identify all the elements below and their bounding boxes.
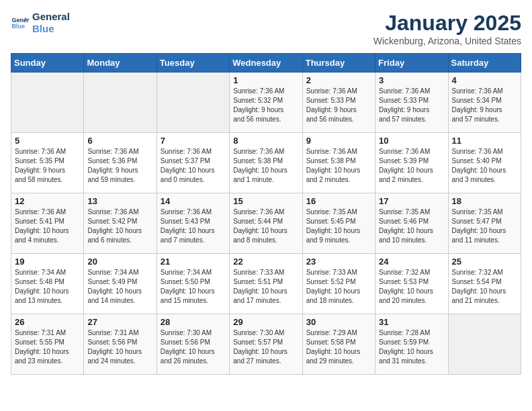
day-info: Sunrise: 7:36 AM Sunset: 5:44 PM Dayligh…	[233, 208, 298, 245]
title-block: January 2025 Wickenburg, Arizona, United…	[373, 11, 521, 46]
calendar-day-cell: 21Sunrise: 7:34 AM Sunset: 5:50 PM Dayli…	[157, 254, 229, 314]
day-info: Sunrise: 7:36 AM Sunset: 5:38 PM Dayligh…	[233, 147, 298, 185]
page-header: General Blue General Blue January 2025 W…	[11, 11, 521, 46]
calendar-day-cell: 15Sunrise: 7:36 AM Sunset: 5:44 PM Dayli…	[230, 193, 302, 254]
calendar-day-cell: 25Sunrise: 7:32 AM Sunset: 5:54 PM Dayli…	[448, 254, 521, 314]
day-info: Sunrise: 7:31 AM Sunset: 5:55 PM Dayligh…	[15, 328, 80, 366]
day-number: 3	[379, 75, 444, 85]
day-number: 10	[379, 136, 444, 146]
calendar-day-cell: 26Sunrise: 7:31 AM Sunset: 5:55 PM Dayli…	[11, 314, 84, 375]
day-info: Sunrise: 7:29 AM Sunset: 5:58 PM Dayligh…	[306, 328, 371, 366]
calendar-day-cell: 16Sunrise: 7:35 AM Sunset: 5:45 PM Dayli…	[302, 193, 375, 254]
calendar-day-cell: 5Sunrise: 7:36 AM Sunset: 5:35 PM Daylig…	[11, 133, 84, 193]
day-info: Sunrise: 7:36 AM Sunset: 5:35 PM Dayligh…	[15, 147, 80, 185]
day-number: 21	[161, 257, 226, 267]
calendar-day-cell: 19Sunrise: 7:34 AM Sunset: 5:48 PM Dayli…	[11, 254, 84, 314]
weekday-header-row: SundayMondayTuesdayWednesdayThursdayFrid…	[11, 54, 521, 73]
calendar-day-cell: 20Sunrise: 7:34 AM Sunset: 5:49 PM Dayli…	[84, 254, 157, 314]
day-number: 11	[452, 136, 517, 146]
day-number: 5	[15, 136, 80, 146]
day-info: Sunrise: 7:36 AM Sunset: 5:33 PM Dayligh…	[379, 87, 444, 124]
svg-text:Blue: Blue	[11, 23, 25, 30]
weekday-header-saturday: Saturday	[448, 54, 521, 73]
day-info: Sunrise: 7:34 AM Sunset: 5:48 PM Dayligh…	[15, 268, 80, 306]
day-info: Sunrise: 7:32 AM Sunset: 5:54 PM Dayligh…	[452, 268, 517, 306]
day-info: Sunrise: 7:36 AM Sunset: 5:41 PM Dayligh…	[15, 208, 80, 245]
day-info: Sunrise: 7:36 AM Sunset: 5:38 PM Dayligh…	[306, 147, 371, 185]
calendar-day-cell: 23Sunrise: 7:33 AM Sunset: 5:52 PM Dayli…	[302, 254, 375, 314]
calendar-day-cell: 30Sunrise: 7:29 AM Sunset: 5:58 PM Dayli…	[302, 314, 375, 375]
day-info: Sunrise: 7:35 AM Sunset: 5:45 PM Dayligh…	[306, 208, 371, 245]
calendar-week-row: 1Sunrise: 7:36 AM Sunset: 5:32 PM Daylig…	[11, 73, 521, 133]
day-number: 30	[306, 317, 371, 327]
calendar-week-row: 12Sunrise: 7:36 AM Sunset: 5:41 PM Dayli…	[11, 193, 521, 254]
calendar-day-cell: 31Sunrise: 7:28 AM Sunset: 5:59 PM Dayli…	[375, 314, 448, 375]
calendar-day-cell: 10Sunrise: 7:36 AM Sunset: 5:39 PM Dayli…	[375, 133, 448, 193]
logo-icon: General Blue	[11, 13, 30, 32]
calendar-day-cell: 11Sunrise: 7:36 AM Sunset: 5:40 PM Dayli…	[448, 133, 521, 193]
location: Wickenburg, Arizona, United States	[373, 36, 521, 46]
calendar-day-cell: 29Sunrise: 7:30 AM Sunset: 5:57 PM Dayli…	[230, 314, 302, 375]
day-info: Sunrise: 7:35 AM Sunset: 5:47 PM Dayligh…	[452, 208, 517, 245]
weekday-header-monday: Monday	[84, 54, 157, 73]
day-info: Sunrise: 7:36 AM Sunset: 5:40 PM Dayligh…	[452, 147, 517, 185]
day-number: 27	[87, 317, 152, 327]
day-number: 31	[379, 317, 444, 327]
day-number: 17	[379, 196, 444, 206]
calendar-day-cell: 9Sunrise: 7:36 AM Sunset: 5:38 PM Daylig…	[302, 133, 375, 193]
calendar-day-cell	[448, 314, 521, 375]
day-number: 18	[452, 196, 517, 206]
calendar-week-row: 19Sunrise: 7:34 AM Sunset: 5:48 PM Dayli…	[11, 254, 521, 314]
day-number: 2	[306, 75, 371, 85]
weekday-header-wednesday: Wednesday	[230, 54, 302, 73]
day-number: 20	[87, 257, 152, 267]
day-number: 1	[233, 75, 298, 85]
day-info: Sunrise: 7:36 AM Sunset: 5:37 PM Dayligh…	[161, 147, 226, 185]
calendar-day-cell: 3Sunrise: 7:36 AM Sunset: 5:33 PM Daylig…	[375, 73, 448, 133]
day-info: Sunrise: 7:34 AM Sunset: 5:49 PM Dayligh…	[87, 268, 152, 306]
day-number: 24	[379, 257, 444, 267]
day-info: Sunrise: 7:31 AM Sunset: 5:56 PM Dayligh…	[87, 328, 152, 366]
day-number: 4	[452, 75, 517, 85]
day-number: 28	[161, 317, 226, 327]
day-number: 16	[306, 196, 371, 206]
day-number: 26	[15, 317, 80, 327]
calendar-day-cell	[84, 73, 157, 133]
day-info: Sunrise: 7:36 AM Sunset: 5:39 PM Dayligh…	[379, 147, 444, 185]
weekday-header-sunday: Sunday	[11, 54, 84, 73]
logo: General Blue General Blue	[11, 11, 70, 35]
calendar-day-cell: 6Sunrise: 7:36 AM Sunset: 5:36 PM Daylig…	[84, 133, 157, 193]
calendar-day-cell: 22Sunrise: 7:33 AM Sunset: 5:51 PM Dayli…	[230, 254, 302, 314]
day-number: 13	[87, 196, 152, 206]
day-number: 6	[87, 136, 152, 146]
day-info: Sunrise: 7:34 AM Sunset: 5:50 PM Dayligh…	[161, 268, 226, 306]
day-info: Sunrise: 7:36 AM Sunset: 5:42 PM Dayligh…	[87, 208, 152, 245]
calendar-day-cell: 7Sunrise: 7:36 AM Sunset: 5:37 PM Daylig…	[157, 133, 229, 193]
day-number: 23	[306, 257, 371, 267]
day-info: Sunrise: 7:36 AM Sunset: 5:34 PM Dayligh…	[452, 87, 517, 124]
logo-blue: Blue	[32, 23, 70, 35]
day-info: Sunrise: 7:36 AM Sunset: 5:32 PM Dayligh…	[233, 87, 298, 124]
day-number: 8	[233, 136, 298, 146]
weekday-header-friday: Friday	[375, 54, 448, 73]
day-info: Sunrise: 7:28 AM Sunset: 5:59 PM Dayligh…	[379, 328, 444, 366]
day-number: 7	[161, 136, 226, 146]
day-number: 19	[15, 257, 80, 267]
day-number: 14	[161, 196, 226, 206]
calendar-day-cell	[11, 73, 84, 133]
day-info: Sunrise: 7:35 AM Sunset: 5:46 PM Dayligh…	[379, 208, 444, 245]
day-info: Sunrise: 7:33 AM Sunset: 5:51 PM Dayligh…	[233, 268, 298, 306]
calendar-day-cell: 17Sunrise: 7:35 AM Sunset: 5:46 PM Dayli…	[375, 193, 448, 254]
calendar-table: SundayMondayTuesdayWednesdayThursdayFrid…	[11, 53, 521, 375]
calendar-day-cell: 27Sunrise: 7:31 AM Sunset: 5:56 PM Dayli…	[84, 314, 157, 375]
calendar-day-cell: 4Sunrise: 7:36 AM Sunset: 5:34 PM Daylig…	[448, 73, 521, 133]
calendar-week-row: 5Sunrise: 7:36 AM Sunset: 5:35 PM Daylig…	[11, 133, 521, 193]
calendar-day-cell: 8Sunrise: 7:36 AM Sunset: 5:38 PM Daylig…	[230, 133, 302, 193]
weekday-header-tuesday: Tuesday	[157, 54, 229, 73]
calendar-day-cell: 2Sunrise: 7:36 AM Sunset: 5:33 PM Daylig…	[302, 73, 375, 133]
day-number: 25	[452, 257, 517, 267]
day-number: 15	[233, 196, 298, 206]
day-info: Sunrise: 7:30 AM Sunset: 5:57 PM Dayligh…	[233, 328, 298, 366]
day-number: 29	[233, 317, 298, 327]
day-info: Sunrise: 7:36 AM Sunset: 5:43 PM Dayligh…	[161, 208, 226, 245]
